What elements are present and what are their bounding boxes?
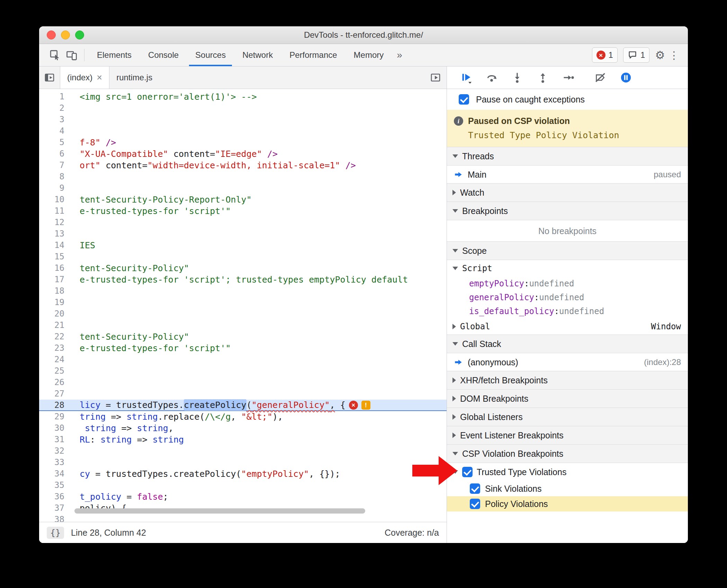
- line-number[interactable]: 21: [39, 320, 72, 331]
- close-window-button[interactable]: [47, 30, 56, 39]
- section-global-listeners[interactable]: Global Listeners: [447, 408, 688, 426]
- line-number[interactable]: 8: [39, 171, 72, 182]
- error-icon[interactable]: ×: [349, 401, 358, 410]
- code-text[interactable]: tent-Security-Policy": [72, 331, 189, 342]
- code-text[interactable]: e-trusted-types-for 'script'; trusted-ty…: [72, 274, 408, 285]
- code-text[interactable]: [72, 354, 80, 365]
- pause-on-caught-checkbox[interactable]: [459, 94, 469, 105]
- toggle-sidebar-icon[interactable]: [430, 72, 441, 83]
- line-number[interactable]: 2: [39, 103, 72, 114]
- line-number[interactable]: 32: [39, 445, 72, 457]
- toggle-navigator-icon[interactable]: [44, 72, 55, 83]
- device-toolbar-icon[interactable]: [65, 49, 78, 61]
- section-dom-breakpoints[interactable]: DOM Breakpoints: [447, 389, 688, 408]
- tab-elements[interactable]: Elements: [89, 44, 140, 66]
- line-number[interactable]: 22: [39, 331, 72, 342]
- section-call-stack[interactable]: Call Stack: [447, 335, 688, 353]
- line-number[interactable]: 30: [39, 422, 72, 434]
- thread-main-row[interactable]: Main paused: [447, 166, 688, 184]
- code-text[interactable]: [72, 182, 80, 194]
- step-icon[interactable]: [563, 72, 574, 83]
- trusted-type-violations-row[interactable]: Trusted Type Violations: [447, 463, 688, 481]
- scope-variable-row[interactable]: is_default_policy: undefined: [447, 304, 688, 318]
- sink-violations-row[interactable]: Sink Violations: [447, 481, 688, 496]
- tab-sources[interactable]: Sources: [187, 44, 234, 66]
- more-panels-button[interactable]: »: [392, 50, 407, 61]
- line-number[interactable]: 37: [39, 502, 72, 514]
- code-text[interactable]: [72, 308, 80, 320]
- line-number[interactable]: 5: [39, 137, 72, 148]
- file-tab-index[interactable]: (index) ×: [60, 66, 109, 89]
- section-threads[interactable]: Threads: [447, 147, 688, 166]
- line-number[interactable]: 34: [39, 468, 72, 480]
- file-tab-runtime[interactable]: runtime.js: [109, 66, 159, 89]
- scope-global-row[interactable]: Global Window: [447, 318, 688, 335]
- line-number[interactable]: 13: [39, 228, 72, 240]
- section-csp-violation-breakpoints[interactable]: CSP Violation Breakpoints: [447, 444, 688, 463]
- pause-on-exceptions-icon[interactable]: [620, 72, 632, 83]
- line-number[interactable]: 35: [39, 480, 72, 491]
- code-text[interactable]: f-8" />: [72, 137, 116, 148]
- line-number[interactable]: 10: [39, 194, 72, 205]
- line-number[interactable]: 20: [39, 308, 72, 320]
- section-watch[interactable]: Watch: [447, 183, 688, 202]
- policy-violations-checkbox[interactable]: [470, 499, 480, 509]
- section-breakpoints[interactable]: Breakpoints: [447, 202, 688, 220]
- line-number[interactable]: 11: [39, 205, 72, 217]
- code-text[interactable]: [72, 103, 80, 114]
- line-number[interactable]: 12: [39, 217, 72, 228]
- line-number[interactable]: 38: [39, 514, 72, 522]
- line-number[interactable]: 7: [39, 160, 72, 171]
- kebab-menu-icon[interactable]: ⋮: [671, 49, 677, 61]
- code-text[interactable]: <img src=1 onerror='alert(1)'> -->: [72, 91, 257, 103]
- code-text[interactable]: [72, 228, 80, 240]
- code-text[interactable]: cy = trustedTypes.createPolicy("emptyPol…: [72, 468, 340, 480]
- trusted-type-violations-checkbox[interactable]: [462, 467, 473, 477]
- code-text[interactable]: [72, 514, 80, 522]
- code-text[interactable]: string => string,: [72, 422, 173, 434]
- line-number[interactable]: 1: [39, 91, 72, 103]
- line-number[interactable]: 15: [39, 251, 72, 262]
- minimize-window-button[interactable]: [61, 30, 70, 39]
- line-number[interactable]: 14: [39, 240, 72, 251]
- resume-script-icon[interactable]: [460, 72, 472, 83]
- line-number[interactable]: 27: [39, 388, 72, 400]
- issues-badge[interactable]: 1: [623, 47, 649, 63]
- step-out-icon[interactable]: [537, 72, 549, 83]
- tab-network[interactable]: Network: [234, 44, 281, 66]
- line-number[interactable]: 28: [39, 400, 72, 410]
- scope-variable-row[interactable]: emptyPolicy: undefined: [447, 277, 688, 291]
- horizontal-scrollbar[interactable]: [74, 508, 365, 514]
- code-text[interactable]: RL: string => string: [72, 434, 184, 445]
- code-text[interactable]: [72, 285, 80, 297]
- code-text[interactable]: [72, 388, 80, 400]
- code-text[interactable]: e-trusted-types-for 'script'": [72, 205, 231, 217]
- code-text[interactable]: [72, 365, 80, 377]
- code-text[interactable]: tent-Security-Policy": [72, 262, 189, 274]
- code-text[interactable]: e-trusted-types-for 'script'": [72, 342, 231, 354]
- line-number[interactable]: 29: [39, 411, 72, 422]
- code-text[interactable]: [72, 125, 80, 137]
- policy-violations-row[interactable]: Policy Violations: [447, 496, 688, 511]
- line-number[interactable]: 25: [39, 365, 72, 377]
- code-text[interactable]: [72, 251, 80, 262]
- code-text[interactable]: [72, 217, 80, 228]
- code-text[interactable]: IES: [72, 240, 95, 251]
- code-text[interactable]: [72, 377, 80, 388]
- step-over-icon[interactable]: [486, 72, 497, 83]
- line-number[interactable]: 23: [39, 342, 72, 354]
- scope-script-row[interactable]: Script: [447, 260, 688, 277]
- section-scope[interactable]: Scope: [447, 241, 688, 260]
- code-text[interactable]: "X-UA-Compatible" content="IE=edge" />: [72, 148, 278, 160]
- line-number[interactable]: 33: [39, 457, 72, 468]
- tab-console[interactable]: Console: [140, 44, 187, 66]
- sink-violations-checkbox[interactable]: [470, 483, 480, 494]
- line-number[interactable]: 6: [39, 148, 72, 160]
- deactivate-breakpoints-icon[interactable]: [594, 72, 606, 83]
- line-number[interactable]: 9: [39, 182, 72, 194]
- zoom-window-button[interactable]: [75, 30, 84, 39]
- warning-icon[interactable]: !: [361, 401, 370, 410]
- line-number[interactable]: 19: [39, 297, 72, 308]
- line-number[interactable]: 3: [39, 114, 72, 125]
- settings-gear-icon[interactable]: ⚙: [655, 48, 665, 62]
